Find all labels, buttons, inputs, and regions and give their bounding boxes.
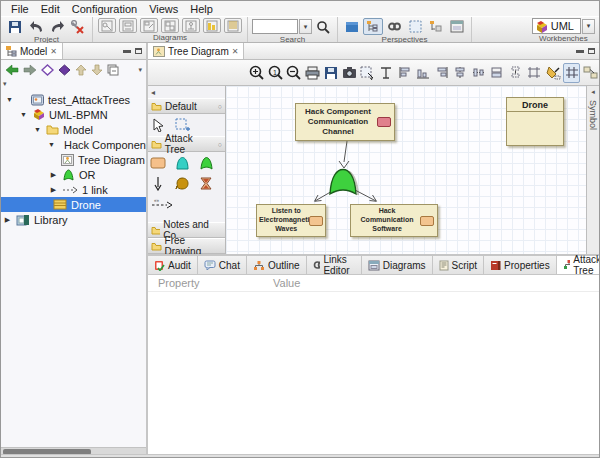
same-size-button[interactable] — [489, 63, 507, 83]
expander-icon[interactable]: ▶ — [49, 171, 58, 179]
diagram-button-7[interactable] — [224, 18, 242, 33]
caption-button[interactable] — [378, 63, 396, 83]
diagram-button-5[interactable] — [182, 18, 200, 33]
connect-mode-button[interactable] — [581, 63, 599, 83]
or-gate-tool[interactable] — [198, 155, 214, 171]
save-image-button[interactable] — [322, 63, 340, 83]
nav-diamond-filled-button[interactable] — [58, 64, 71, 76]
model-tab-close-icon[interactable]: ✕ — [50, 47, 57, 56]
tab-audit[interactable]: Audit — [148, 256, 198, 274]
diagram-button-3[interactable] — [140, 18, 158, 33]
marquee-tool[interactable] — [174, 117, 190, 133]
zoom-out-button[interactable] — [285, 63, 303, 83]
menu-help[interactable]: Help — [184, 3, 219, 15]
distribute-button[interactable] — [507, 63, 525, 83]
maximize-icon[interactable] — [135, 48, 142, 54]
tab-tree-diagram[interactable]: Tree Diagram ✕ — [148, 43, 244, 59]
grid-toggle-button[interactable] — [563, 63, 581, 83]
tree-item-library[interactable]: ▶ Library — [1, 212, 146, 227]
menu-views[interactable]: Views — [143, 3, 184, 15]
column-value[interactable]: Value — [273, 277, 300, 289]
save-button[interactable] — [5, 18, 25, 35]
node-hack-component[interactable]: Hack Component Communication Channel — [295, 103, 395, 141]
or-gate-node[interactable] — [327, 167, 363, 198]
frame-button[interactable] — [526, 63, 544, 83]
node-listen-waves[interactable]: Listen to Electromagnetic Waves — [256, 204, 326, 237]
pointer-tool[interactable] — [150, 117, 166, 133]
tree-item-hack-component[interactable]: ▼ Hack Component Co — [1, 137, 146, 152]
timer-tool[interactable] — [198, 175, 214, 191]
and-gate-tool[interactable] — [174, 155, 190, 171]
minimize-icon[interactable] — [123, 50, 131, 53]
center-vertical-button[interactable] — [452, 63, 470, 83]
properties-table-body[interactable] — [148, 292, 599, 456]
perspective-button-2[interactable] — [363, 18, 383, 35]
search-button[interactable] — [313, 18, 333, 35]
diagram-canvas[interactable]: Hack Component Communication Channel Dro… — [226, 86, 586, 254]
perspective-button-1[interactable] — [342, 18, 362, 35]
align-left-button[interactable] — [396, 63, 414, 83]
column-property[interactable]: Property — [148, 277, 273, 289]
maximize-icon[interactable] — [588, 48, 595, 54]
tab-outline[interactable]: Outline — [247, 256, 307, 274]
sequence-arrow-tool[interactable] — [150, 175, 166, 191]
tree-item-drone[interactable]: Drone — [1, 197, 146, 212]
screenshot-button[interactable] — [341, 63, 359, 83]
print-button[interactable] — [304, 63, 322, 83]
diagram-button-2[interactable] — [119, 18, 137, 33]
fill-color-button[interactable] — [544, 63, 562, 83]
nav-dropdown-icon[interactable]: ▾ — [138, 66, 142, 74]
tab-attack-tree[interactable]: Attack Tree ✕ — [557, 256, 600, 274]
zoom-in-button[interactable] — [248, 63, 266, 83]
settings-button[interactable] — [68, 18, 88, 35]
nav-forward-button[interactable] — [23, 64, 37, 76]
expander-icon[interactable]: ▼ — [5, 96, 14, 103]
section-toggle-icon[interactable]: ○ — [218, 141, 222, 148]
palette-section-free-drawing[interactable]: Free Drawing — [148, 238, 225, 254]
expander-icon[interactable]: ▶ — [49, 186, 58, 194]
tree-item-uml-bpmn[interactable]: ▼ UML-BPMN — [1, 107, 146, 122]
tree-item-project[interactable]: ▼ test_AttackTrees — [1, 92, 146, 107]
capture-selection-button[interactable] — [359, 63, 377, 83]
tree-item-or[interactable]: ▶ OR — [1, 167, 146, 182]
expander-icon[interactable]: ▼ — [33, 126, 42, 133]
tree-item-link[interactable]: ▶ 1 link — [1, 182, 146, 197]
node-hack-software[interactable]: Hack Communication Software — [350, 204, 438, 237]
panel-collapse-icon[interactable]: ▾ — [1, 80, 146, 88]
tab-properties[interactable]: Properties — [484, 256, 557, 274]
link-tool[interactable]: «» — [150, 195, 174, 211]
diagram-button-1[interactable] — [98, 18, 116, 33]
menu-configuration[interactable]: Configuration — [66, 3, 143, 15]
redo-button[interactable] — [47, 18, 67, 35]
perspective-button-5[interactable] — [426, 18, 446, 35]
nav-down-button[interactable] — [91, 64, 103, 76]
align-bottom-button[interactable] — [415, 63, 433, 83]
align-right-button[interactable] — [433, 63, 451, 83]
expander-icon[interactable]: ▼ — [19, 111, 28, 118]
nav-copy-button[interactable] — [107, 64, 119, 76]
palette-section-attack-tree[interactable]: Attack Tree ○ — [148, 136, 225, 152]
diagram-button-6[interactable] — [203, 18, 221, 33]
palette-section-default[interactable]: Default ○ — [148, 98, 225, 114]
workbench-select[interactable]: UML — [532, 18, 581, 34]
diagram-button-4[interactable] — [161, 18, 179, 33]
menu-file[interactable]: File — [5, 3, 35, 15]
tab-chat[interactable]: Chat — [198, 256, 247, 274]
tree-item-tree-diagram[interactable]: Tree Diagram — [1, 152, 146, 167]
tab-script[interactable]: Script — [433, 256, 485, 274]
tab-diagrams[interactable]: Diagrams — [362, 256, 433, 274]
zoom-reset-button[interactable]: 1 — [267, 63, 285, 83]
expander-icon[interactable]: ▶ — [3, 216, 12, 224]
section-toggle-icon[interactable]: ○ — [218, 103, 222, 110]
countermeasure-tool[interactable] — [174, 175, 190, 191]
tree-item-model-folder[interactable]: ▼ Model — [1, 122, 146, 137]
node-drone[interactable]: Drone — [506, 97, 564, 146]
nav-up-button[interactable] — [75, 64, 87, 76]
undo-button[interactable] — [26, 18, 46, 35]
palette-collapse[interactable]: ◂ — [148, 86, 225, 98]
minimize-icon[interactable] — [576, 50, 584, 53]
perspective-button-6[interactable] — [447, 18, 467, 35]
tab-model[interactable]: Model ✕ — [1, 43, 63, 59]
expander-icon[interactable]: ▼ — [47, 141, 56, 148]
perspective-button-3[interactable] — [384, 18, 404, 35]
